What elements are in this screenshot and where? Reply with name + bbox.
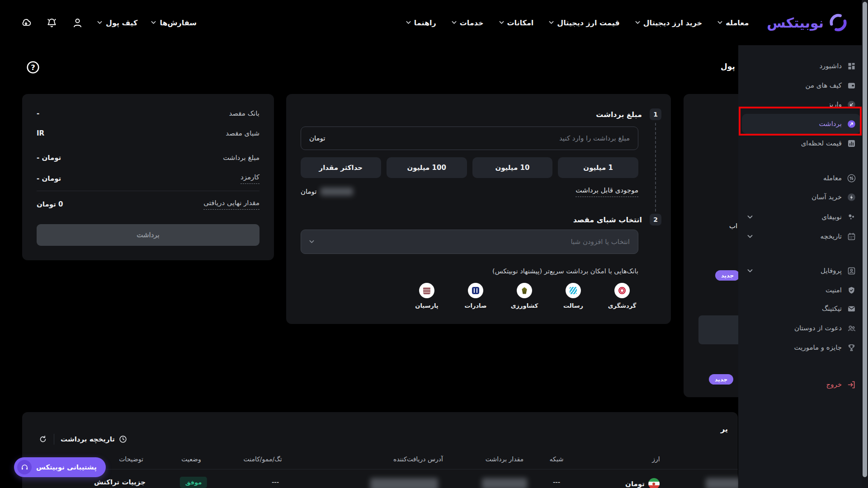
trophy-icon [847, 343, 856, 352]
summary-label-final[interactable]: مقدار نهایی دریافتی [203, 199, 259, 210]
logout-exit-icon [847, 380, 856, 389]
history-header: تاریخچه برداشت [38, 432, 127, 446]
wallet-menu[interactable]: کیف پول [97, 19, 137, 27]
scrollbar-thumb[interactable] [863, 2, 867, 477]
nav-item-services[interactable]: خدمات [452, 19, 484, 27]
chevron-down-icon [97, 21, 102, 24]
sidebar-item-live-price[interactable]: قیمت لحظه‌ای [738, 135, 868, 151]
bank-keshavarzi[interactable]: کشاورزی [508, 283, 541, 309]
sidebar-item-invite-friends[interactable]: دعوت از دوستان [738, 320, 868, 336]
withdraw-form-card: 1 2 مبلغ برداشت تومان 1 میلیون 10 میلیون… [286, 94, 671, 324]
sidebar-item-logout[interactable]: خروج [738, 376, 868, 393]
bank-saderat[interactable]: صادرات [459, 283, 492, 309]
currency-suffix: تومان [309, 134, 326, 142]
help-icon[interactable]: ? [26, 60, 40, 75]
bank-parsian[interactable]: پارسیان [410, 283, 443, 309]
navbar-left-group: سفارش‌ها کیف پول [20, 17, 197, 29]
table-cell-status: موفق [180, 478, 207, 486]
download-app-icon[interactable] [20, 17, 32, 29]
table-cell-redacted [706, 478, 741, 488]
withdrawable-balance-link[interactable]: موجودی قابل برداشت [576, 186, 638, 197]
step-2-badge: 2 [650, 214, 661, 225]
summary-label: مبلغ برداشت [223, 154, 259, 162]
nobify-dots-icon [847, 212, 856, 222]
sidebar-item-my-wallets[interactable]: کیف های من [738, 77, 868, 94]
status-success-badge: موفق [180, 477, 207, 488]
summary-row-final: مقدار نهایی دریافتی 0 تومان [37, 199, 259, 210]
summary-value: IR [37, 129, 44, 137]
orders-menu[interactable]: سفارش‌ها [151, 19, 197, 27]
quick-amount-1m-button[interactable]: 1 میلیون [558, 157, 638, 178]
nav-item-guide[interactable]: راهنما [406, 19, 436, 27]
currency-name: تومان [625, 480, 645, 488]
chevron-down-icon [151, 21, 156, 24]
account-sidebar: داشبورد کیف های من واریز برداشت [738, 45, 868, 488]
column-header-network: شبکه [549, 455, 563, 463]
bank-name: صادرات [464, 302, 486, 309]
withdraw-submit-button[interactable]: برداشت [37, 224, 259, 246]
quick-amount-10m-button[interactable]: 10 میلیون [472, 157, 553, 178]
sidebar-item-history[interactable]: تاریخچه [738, 228, 868, 244]
balance-currency: تومان [301, 188, 317, 196]
quick-amount-100m-button[interactable]: 100 میلیون [387, 157, 467, 178]
user-profile-icon[interactable] [71, 17, 84, 29]
new-badge: جدید [715, 270, 740, 281]
swap-arrows-icon [847, 174, 856, 183]
sidebar-item-label: امنیت [826, 286, 842, 294]
sidebar-item-security[interactable]: امنیت [738, 282, 868, 298]
summary-row-fee: کارمزد - تومان [37, 173, 259, 184]
bank-gardeshgari[interactable]: گردشگری [606, 283, 638, 309]
sidebar-item-rewards[interactable]: جایزه و ماموریت [738, 339, 868, 356]
redacted-amount [482, 478, 527, 488]
sidebar-item-label: معامله [823, 174, 842, 182]
sidebar-item-nobify[interactable]: نوبیفای [738, 209, 868, 225]
summary-row-sheba: شبای مقصد IR [37, 129, 259, 137]
column-header-currency: ارز [652, 455, 660, 463]
chevron-down-icon [717, 21, 722, 24]
nav-item-buy-crypto[interactable]: خرید ارز دیجیتال [635, 19, 702, 27]
support-chat-button[interactable]: پشتیبانی نوبیتکس [14, 457, 106, 477]
summary-row-amount: مبلغ برداشت - تومان [37, 154, 259, 162]
sidebar-item-withdraw[interactable]: برداشت [738, 116, 868, 132]
sidebar-item-trade[interactable]: معامله [738, 170, 868, 186]
bank-resalat[interactable]: رسالت [557, 283, 590, 309]
nav-item-crypto-price[interactable]: قیمت ارز دیجیتال [549, 19, 619, 27]
sidebar-item-ticketing[interactable]: تیکتینگ [738, 300, 868, 317]
top-navbar: نوبیتکس معامله خرید ارز دیجیتال قیمت ارز… [0, 0, 868, 45]
nobitex-logo-text: نوبیتکس [767, 15, 824, 31]
nobitex-logo-icon [828, 13, 848, 33]
sidebar-item-profile[interactable]: پروفایل [738, 263, 868, 279]
column-header-status: وضعیت [181, 455, 201, 463]
profile-person-icon [847, 266, 856, 276]
withdraw-amount-input[interactable] [331, 134, 630, 142]
history-title-cluster: تاریخچه برداشت [61, 435, 127, 444]
column-header-amount: مقدار برداشت [486, 455, 524, 463]
summary-label-fee[interactable]: کارمزد [241, 173, 259, 184]
quick-amount-max-button[interactable]: حداکثر مقدار [301, 157, 381, 178]
bank-name: پارسیان [415, 302, 438, 309]
nav-item-label: راهنما [414, 19, 436, 27]
orders-menu-label: سفارش‌ها [160, 19, 197, 27]
chevron-down-icon [747, 235, 753, 239]
wallet-icon [847, 81, 856, 90]
nav-item-trade[interactable]: معامله [717, 19, 749, 27]
sidebar-item-deposit[interactable]: واریز [738, 96, 868, 113]
chevron-down-icon [499, 21, 504, 24]
nobitex-logo[interactable]: نوبیتکس [767, 13, 848, 33]
sheba-select[interactable]: انتخاب یا افزودن شبا [301, 230, 638, 254]
sidebar-item-easy-buy[interactable]: خرید آسان [738, 189, 868, 205]
column-header-details: توضیحات [119, 455, 143, 463]
fast-banks-note: بانک‌هایی با امکان برداشت سریع‌تر (پیشنه… [492, 267, 638, 275]
svg-text:?: ? [31, 63, 35, 72]
refresh-icon[interactable] [38, 435, 47, 444]
notifications-bell-icon[interactable] [46, 17, 58, 29]
bank-saderat-icon [468, 283, 483, 298]
transaction-details-link[interactable]: جزییات تراکنش [94, 478, 146, 486]
sidebar-item-label: داشبورد [819, 62, 842, 70]
page-scrollbar[interactable] [862, 0, 868, 488]
nav-item-features[interactable]: امکانات [499, 19, 534, 27]
bank-keshavarzi-icon [517, 283, 532, 298]
sidebar-item-dashboard[interactable]: داشبورد [738, 58, 868, 74]
deposit-arrow-icon [847, 100, 856, 109]
chevron-down-icon [747, 215, 753, 219]
